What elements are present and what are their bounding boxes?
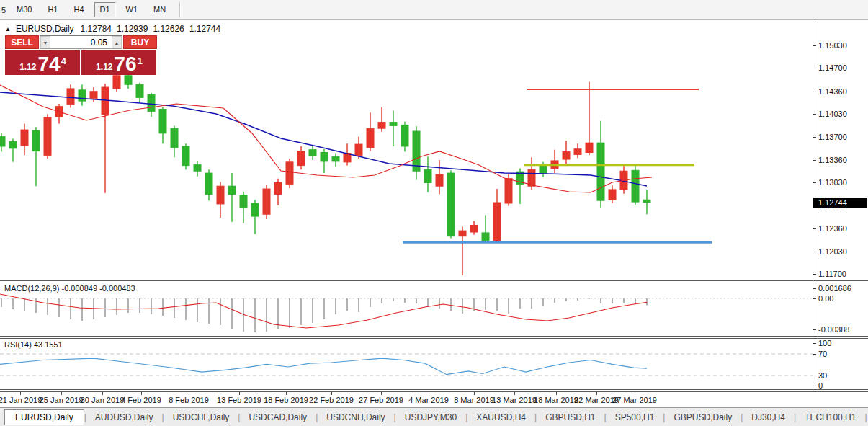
macd-histogram-bar — [231, 298, 233, 329]
slow-ma-line — [0, 92, 647, 186]
tab-dj30-h4[interactable]: DJ30,H4 — [743, 410, 794, 425]
candle-body — [424, 169, 431, 182]
macd-histogram-bar — [600, 298, 601, 303]
macd-histogram-bar — [197, 298, 198, 322]
candle-body — [332, 156, 339, 161]
macd-histogram-bar — [174, 298, 175, 318]
candle-body — [447, 173, 455, 236]
pane-separator — [0, 389, 868, 390]
candle-body — [148, 95, 155, 112]
scale-tick — [813, 343, 816, 344]
tab-tech100-h1[interactable]: TECH100,H1 — [796, 410, 864, 425]
scale-tick — [813, 114, 816, 115]
date-tick — [286, 392, 287, 395]
timeframe-button-m30[interactable]: M30 — [11, 2, 37, 17]
date-tick — [20, 392, 21, 395]
buy-price-button[interactable]: 1.12 76 1 — [81, 50, 156, 75]
chart-window: ▲ EURUSD,Daily 1.12784 1.12939 1.12626 1… — [0, 21, 868, 407]
macd-histogram-bar — [462, 298, 463, 314]
macd-histogram-bar — [519, 298, 521, 309]
date-tick — [331, 392, 332, 395]
volume-increase-button[interactable]: ▲ — [112, 36, 122, 48]
tab-usdjpy-m30[interactable]: USDJPY,M30 — [396, 410, 465, 425]
macd-histogram-bar — [381, 298, 382, 303]
candle-body — [125, 76, 132, 84]
macd-histogram-bar — [81, 298, 83, 321]
candle-body — [240, 195, 247, 208]
candle-body — [482, 233, 489, 240]
rsi-tick-label: 30 — [818, 371, 827, 380]
rsi-line — [0, 358, 647, 375]
macd-histogram-bar — [24, 298, 25, 311]
date-label: 27 Feb 2019 — [359, 396, 403, 404]
price-chart[interactable] — [0, 21, 868, 407]
tab-usdcad-daily[interactable]: USDCAD,Daily — [240, 410, 316, 425]
macd-histogram-bar — [496, 298, 498, 311]
macd-histogram-bar — [58, 298, 60, 317]
date-tick — [596, 392, 597, 395]
candle-body — [493, 203, 501, 240]
rsi-tick-label: 100 — [818, 339, 831, 347]
date-label: 25 Jan 2019 — [40, 396, 84, 404]
buy-price-prefix: 1.12 — [96, 62, 112, 72]
price-tick-label: 1.14700 — [818, 63, 847, 72]
candle-body — [563, 152, 570, 159]
macd-histogram-bar — [35, 298, 37, 313]
macd-histogram-bar — [635, 298, 636, 303]
tab-gbpusd-daily[interactable]: GBPUSD,Daily — [665, 410, 741, 425]
scale-tick — [813, 386, 816, 386]
candle-body — [632, 170, 639, 202]
scale-tick — [813, 92, 816, 92]
macd-tick-label: 0.001686 — [818, 284, 851, 293]
rsi-tick-label: 70 — [818, 350, 827, 358]
timeframe-button-mn[interactable]: MN — [148, 2, 171, 17]
candle-body — [286, 162, 293, 184]
candle-body — [136, 84, 143, 97]
subwindow-arrow-icon[interactable]: ▲ — [5, 26, 11, 32]
timeframe-button-clipped[interactable]: 5 — [1, 6, 9, 14]
macd-histogram-bar — [416, 298, 417, 303]
sell-button[interactable]: SELL — [5, 35, 39, 49]
volume-decrease-button[interactable]: ▼ — [40, 36, 50, 48]
macd-histogram-bar — [346, 298, 348, 311]
sell-price-button[interactable]: 1.12 74 4 — [5, 50, 80, 75]
scale-tick — [813, 288, 816, 289]
timeframe-button-h1[interactable]: H1 — [42, 2, 63, 17]
tab-usdchf-daily[interactable]: USDCHF,Daily — [164, 410, 238, 425]
candle-body — [90, 92, 97, 99]
tab-eurusd-daily[interactable]: EURUSD,Daily — [4, 409, 84, 425]
candle-body — [228, 186, 236, 194]
macd-histogram-bar — [139, 298, 140, 313]
date-tick — [61, 392, 62, 395]
date-label: 22 Feb 2019 — [309, 396, 354, 404]
pane-separator — [0, 391, 868, 392]
tab-sp500-h1[interactable]: SP500,H1 — [607, 410, 663, 425]
candle-body — [251, 203, 259, 216]
macd-histogram-bar — [289, 298, 290, 328]
one-click-trading-panel: SELL ▼ ▲ BUY 1.12 74 4 1.12 76 1 — [5, 35, 157, 75]
date-label: 30 Jan 2019 — [81, 396, 125, 404]
macd-histogram-bar — [323, 298, 325, 319]
buy-button[interactable]: BUY — [123, 35, 157, 49]
tab-xauusd-h4[interactable]: XAUUSD,H4 — [467, 410, 534, 425]
macd-histogram-bar — [93, 298, 94, 319]
mt4-terminal: 5 M30H1H4D1W1MN ▲ EURUSD,Daily 1.12784 1… — [0, 0, 868, 426]
macd-histogram-bar — [577, 298, 578, 301]
volume-input[interactable] — [50, 36, 112, 48]
date-label: 21 Jan 2019 — [0, 396, 42, 404]
scale-tick — [813, 252, 816, 252]
timeframe-button-w1[interactable]: W1 — [120, 2, 144, 17]
candle-body — [401, 125, 408, 146]
tab-audusd-daily[interactable]: AUDUSD,Daily — [86, 410, 162, 425]
candle-body — [182, 146, 189, 166]
timeframe-button-h4[interactable]: H4 — [68, 2, 89, 17]
candle-body — [505, 179, 512, 203]
candle-body — [21, 130, 28, 146]
tab-gbpusd-h1[interactable]: GBPUSD,H1 — [537, 410, 604, 425]
date-label: 13 Feb 2019 — [217, 396, 261, 404]
macd-histogram-bar — [208, 298, 210, 324]
tab-usdcnh-daily[interactable]: USDCNH,Daily — [318, 410, 393, 425]
macd-histogram-bar — [450, 298, 452, 311]
candle-body — [413, 131, 420, 171]
timeframe-button-d1[interactable]: D1 — [94, 2, 116, 17]
